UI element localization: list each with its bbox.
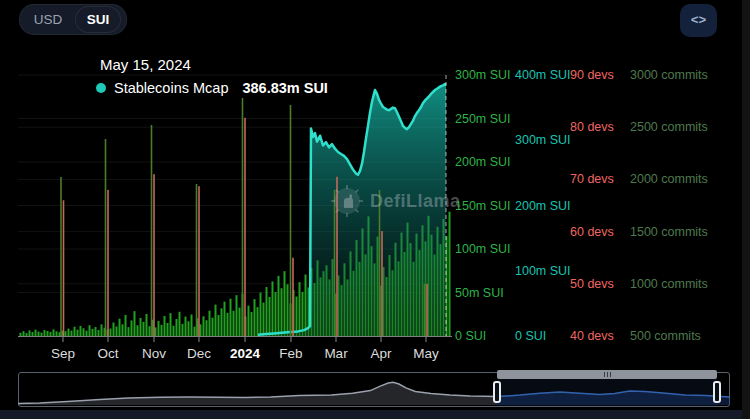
brush-mini-chart [0, 0, 750, 419]
defillama-chain-chart-panel: USD SUI <> DefiLlama May 15, 2024 Stable… [0, 0, 750, 419]
brush-selection-bar[interactable] [497, 370, 717, 379]
brush-handle-right[interactable] [713, 381, 721, 403]
brush-handle-left[interactable] [493, 381, 501, 403]
timeline-brush[interactable] [0, 0, 750, 419]
